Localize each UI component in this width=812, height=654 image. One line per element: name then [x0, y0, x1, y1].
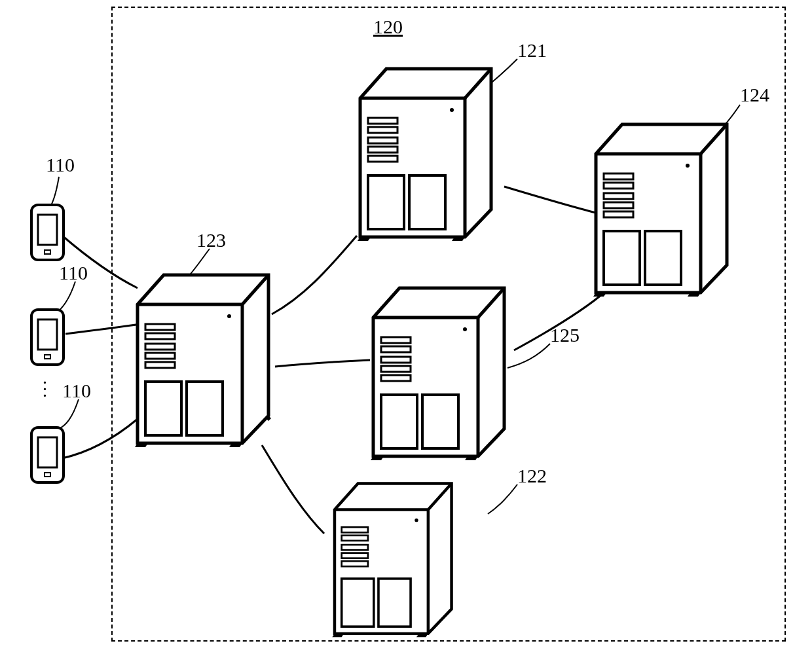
device-3-label: 110: [62, 380, 91, 402]
svg-rect-38: [381, 375, 411, 381]
svg-rect-32: [645, 231, 681, 285]
svg-rect-18: [368, 118, 397, 124]
svg-rect-44: [342, 545, 368, 550]
svg-rect-37: [381, 366, 411, 372]
server-125-label: 125: [550, 324, 580, 346]
svg-rect-34: [381, 337, 411, 343]
boundary-label: 120: [373, 16, 403, 38]
svg-rect-22: [368, 156, 397, 162]
svg-rect-7: [38, 437, 57, 467]
diagram-canvas: 120 110 110 ··· 110: [0, 0, 812, 654]
svg-rect-29: [604, 202, 633, 208]
svg-rect-14: [145, 362, 175, 368]
svg-rect-5: [45, 355, 50, 359]
svg-rect-26: [604, 173, 633, 179]
vertical-dots: ···: [43, 380, 47, 399]
svg-rect-27: [604, 183, 633, 189]
svg-rect-45: [342, 553, 368, 558]
svg-rect-47: [342, 579, 374, 627]
device-1: [29, 203, 65, 262]
server-icon: [367, 278, 514, 462]
svg-rect-4: [38, 319, 57, 350]
svg-rect-16: [187, 382, 223, 435]
svg-rect-10: [145, 324, 175, 330]
svg-rect-48: [378, 579, 411, 627]
device-3: [29, 426, 65, 484]
mobile-icon: [29, 308, 65, 367]
svg-rect-42: [342, 527, 368, 532]
svg-rect-19: [368, 127, 397, 133]
server-icon: [321, 475, 468, 638]
svg-rect-13: [145, 353, 175, 359]
server-124-label: 124: [740, 84, 769, 106]
svg-rect-21: [368, 147, 397, 153]
svg-point-9: [227, 314, 231, 318]
svg-point-33: [463, 327, 467, 331]
svg-rect-43: [342, 536, 368, 541]
svg-rect-2: [45, 250, 50, 254]
server-icon: [131, 265, 278, 448]
svg-rect-8: [45, 473, 50, 477]
device-2-label: 110: [59, 262, 88, 284]
svg-rect-1: [38, 215, 57, 245]
svg-rect-40: [422, 395, 458, 448]
svg-rect-11: [145, 333, 175, 339]
svg-rect-20: [368, 137, 397, 143]
device-1-label: 110: [46, 154, 75, 176]
svg-rect-15: [145, 382, 181, 435]
mobile-icon: [29, 203, 65, 262]
svg-point-17: [450, 108, 454, 112]
svg-rect-30: [604, 211, 633, 217]
server-123: [131, 265, 278, 448]
svg-point-25: [686, 164, 690, 168]
svg-rect-46: [342, 561, 368, 566]
svg-rect-24: [409, 175, 445, 229]
server-icon: [354, 59, 501, 242]
server-121: [354, 59, 501, 242]
svg-rect-36: [381, 357, 411, 363]
svg-rect-35: [381, 346, 411, 352]
svg-rect-39: [381, 395, 417, 448]
server-122: [321, 475, 468, 638]
server-122-label: 122: [517, 465, 547, 487]
svg-rect-28: [604, 193, 633, 199]
server-124: [589, 115, 737, 298]
mobile-icon: [29, 426, 65, 484]
svg-rect-23: [368, 175, 404, 229]
server-121-label: 121: [517, 39, 547, 62]
device-2: [29, 308, 65, 367]
svg-rect-12: [145, 344, 175, 350]
server-123-label: 123: [196, 229, 226, 251]
svg-point-41: [415, 518, 418, 522]
server-125: [367, 278, 514, 462]
server-icon: [589, 115, 737, 298]
svg-rect-31: [604, 231, 640, 285]
